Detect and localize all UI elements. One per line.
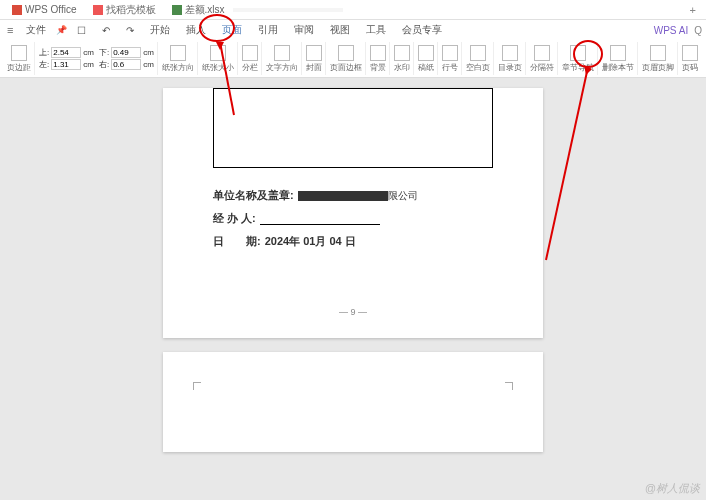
image-watermark: @树人侃谈 [645,481,700,496]
tool-chapter-nav[interactable]: 章节导航 [559,42,598,75]
save-icon[interactable]: ☐ [71,23,92,38]
tool-toc-page[interactable]: 目录页 [495,42,526,75]
margin-inputs: 上:cm下:cm 左:cm右:cm [36,42,158,75]
tool-page-number[interactable]: 页码 [679,42,701,75]
tool-background[interactable]: 背景 [367,42,390,75]
menu-bar: ≡ 文件 📌 ☐ ↶ ↷ 开始 插入 页面 引用 审阅 视图 工具 会员专享 W… [0,20,706,40]
undo-icon[interactable]: ↶ [96,23,116,38]
menu-review[interactable]: 审阅 [288,21,320,39]
document-canvas[interactable]: 单位名称及盖章: 限公司 经 办 人: 日 期: 2024年 01月 04 日 … [0,78,706,500]
tab-bar: WPS Office 找稻壳模板 差额.xlsx + [0,0,706,20]
margin-corner-tr [505,382,513,390]
menu-tools[interactable]: 工具 [360,21,392,39]
handler-line: 经 办 人: [213,211,493,226]
tool-page-border[interactable]: 页面边框 [327,42,366,75]
ribbon-toolbar: 页边距 上:cm下:cm 左:cm右:cm 纸张方向 纸张大小 分栏 文字方向 … [0,40,706,78]
tool-page-margin[interactable]: 页边距 [4,42,35,75]
tool-separator[interactable]: 分隔符 [527,42,558,75]
document-page-2 [163,352,543,452]
redo-icon[interactable]: ↷ [120,23,140,38]
sheet-icon [172,5,182,15]
menu-member[interactable]: 会员专享 [396,21,448,39]
page-number: — 9 — [213,299,493,325]
pin-icon[interactable]: 📌 [56,25,67,35]
hamburger-icon[interactable]: ≡ [4,24,16,36]
text-box[interactable] [213,88,493,168]
app-tab-current[interactable] [233,8,343,12]
redacted-text [298,191,388,201]
tool-watermark[interactable]: 水印 [391,42,414,75]
margin-bottom-input[interactable] [111,47,141,58]
tool-delete-section[interactable]: 删除本节 [599,42,638,75]
tool-line-number[interactable]: 行号 [439,42,462,75]
tool-paper-direction[interactable]: 纸张方向 [159,42,198,75]
tool-header-footer[interactable]: 页眉页脚 [639,42,678,75]
tool-columns[interactable]: 分栏 [239,42,262,75]
menu-reference[interactable]: 引用 [252,21,284,39]
app-tab-wps[interactable]: WPS Office [4,2,85,17]
menu-start[interactable]: 开始 [144,21,176,39]
menu-page[interactable]: 页面 [216,21,248,39]
org-name-line: 单位名称及盖章: 限公司 [213,188,493,203]
date-line: 日 期: 2024年 01月 04 日 [213,234,493,249]
search-icon[interactable]: Q [694,25,702,36]
margin-left-input[interactable] [51,59,81,70]
margin-top-input[interactable] [51,47,81,58]
tool-paper-size[interactable]: 纸张大小 [199,42,238,75]
tool-gutter[interactable]: 稿纸 [415,42,438,75]
document-page-1: 单位名称及盖章: 限公司 经 办 人: 日 期: 2024年 01月 04 日 … [163,88,543,338]
menu-view[interactable]: 视图 [324,21,356,39]
tool-blank-page[interactable]: 空白页 [463,42,494,75]
wps-icon [12,5,22,15]
menu-insert[interactable]: 插入 [180,21,212,39]
app-tab-template[interactable]: 找稻壳模板 [85,1,164,19]
template-icon [93,5,103,15]
tool-text-direction[interactable]: 文字方向 [263,42,302,75]
app-tab-other[interactable] [343,8,443,12]
margin-corner-tl [193,382,201,390]
menu-file[interactable]: 文件 [20,21,52,39]
new-tab-button[interactable]: + [684,2,702,18]
tool-cover[interactable]: 封面 [303,42,326,75]
app-tab-xlsx[interactable]: 差额.xlsx [164,1,233,19]
wps-ai-button[interactable]: WPS AI [654,25,688,36]
margin-right-input[interactable] [111,59,141,70]
